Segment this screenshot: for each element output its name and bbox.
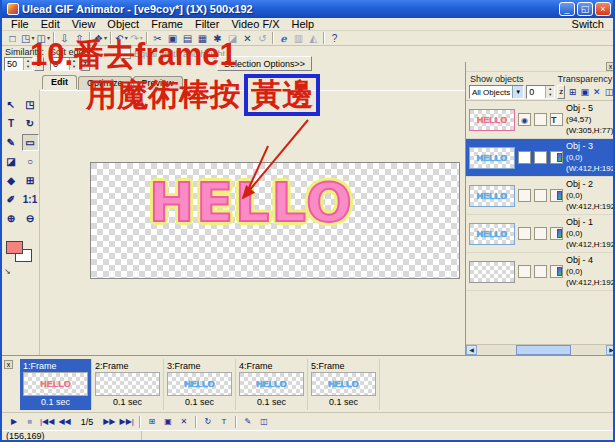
toolbar-button[interactable] xyxy=(89,32,91,44)
foreground-color-swatch[interactable] xyxy=(6,241,23,254)
panel-close-icon[interactable]: x xyxy=(606,62,615,71)
duplicate-object-icon[interactable]: ▣ xyxy=(580,86,590,99)
delete-icon[interactable]: ✕ xyxy=(240,31,255,45)
copy-icon[interactable]: ▣ xyxy=(165,31,180,45)
menu-help[interactable]: Help xyxy=(286,18,321,30)
play-button[interactable]: ▶ xyxy=(6,415,22,429)
next-frame-button[interactable]: ▶▶ xyxy=(101,415,117,429)
toolbar-button[interactable] xyxy=(272,32,274,44)
spinner-arrows[interactable]: ▲ ▼ xyxy=(23,58,32,70)
text-tool[interactable]: T xyxy=(3,115,20,132)
object-type-cell[interactable] xyxy=(550,265,563,278)
minimize-button[interactable]: _ xyxy=(559,2,575,16)
open-icon[interactable]: ◳ xyxy=(20,31,35,45)
add-banner-text-icon[interactable]: T xyxy=(216,415,232,429)
object-visibility-cell[interactable] xyxy=(518,113,531,126)
object-type-cell[interactable] xyxy=(550,151,563,164)
redo-icon[interactable]: ↷ xyxy=(129,31,144,45)
toolbar-button[interactable] xyxy=(110,32,112,44)
frame-item[interactable]: 5:Frame HELLO 0.1 sec xyxy=(308,359,380,410)
save-frame-icon[interactable]: ◫ xyxy=(256,415,272,429)
add-object-icon[interactable]: ⊞ xyxy=(567,86,577,99)
frame-item[interactable]: 3:Frame HELLO 0.1 sec xyxy=(164,359,236,410)
object-type-cell[interactable] xyxy=(550,227,563,240)
object-type-cell[interactable] xyxy=(550,113,563,126)
equal-size-checkbox[interactable] xyxy=(120,48,131,59)
similarity-commit-button[interactable]: z xyxy=(34,57,44,71)
panel-grip[interactable]: x xyxy=(466,62,615,72)
add-banner-icon[interactable]: ▦ xyxy=(195,31,210,45)
menu-frame[interactable]: Frame xyxy=(145,18,189,30)
paste-icon[interactable]: ▤ xyxy=(180,31,195,45)
menu-video-fx[interactable]: Video F/X xyxy=(225,18,285,30)
canvas-workspace[interactable]: HELLO xyxy=(40,90,465,355)
add-frame-icon[interactable]: ⊞ xyxy=(144,415,160,429)
transform-tool[interactable]: ◳ xyxy=(22,96,39,113)
object-visibility-cell[interactable] xyxy=(518,265,531,278)
dropdown-arrow-icon[interactable]: ▼ xyxy=(512,86,523,98)
toolbar-button[interactable] xyxy=(323,32,325,44)
spin-down-icon[interactable]: ▼ xyxy=(546,92,554,98)
fill-tool[interactable]: ◆ xyxy=(3,172,20,189)
scroll-left-icon[interactable]: ◀ xyxy=(466,345,477,355)
menu-view[interactable]: View xyxy=(66,18,102,30)
scrollbar-thumb[interactable] xyxy=(516,345,571,355)
playback-button[interactable] xyxy=(235,416,237,428)
menu-edit[interactable]: Edit xyxy=(35,18,66,30)
pick-tool[interactable]: ↖ xyxy=(3,96,20,113)
object-row[interactable]: HELLO Obj - 5 (94,57)(W:305,H:77) xyxy=(466,101,615,139)
rotate-tool[interactable]: ↻ xyxy=(22,115,39,132)
save-icon[interactable]: ◫ xyxy=(35,31,50,45)
tween-icon[interactable]: ✎ xyxy=(240,415,256,429)
toolbar-button[interactable] xyxy=(53,32,55,44)
add-image-icon[interactable]: ⇩ xyxy=(57,31,72,45)
horizontal-scrollbar[interactable]: ◀ ▶ xyxy=(466,344,615,355)
cut-icon[interactable]: ✂ xyxy=(150,31,165,45)
eraser-tool[interactable]: ◪ xyxy=(3,153,20,170)
delete-frame-icon[interactable]: ✕ xyxy=(176,415,192,429)
crop-tool[interactable]: ⊞ xyxy=(22,172,39,189)
restore-button[interactable]: ◱ xyxy=(577,2,593,16)
scroll-right-icon[interactable]: ▶ xyxy=(606,345,615,355)
show-objects-dropdown[interactable]: All Objects ▼ xyxy=(469,85,524,99)
scrollbar-track[interactable] xyxy=(477,345,606,355)
selection-options-button[interactable]: Selection Options>> xyxy=(217,56,312,71)
playback-button[interactable] xyxy=(139,416,141,428)
document-canvas[interactable]: HELLO xyxy=(90,162,460,279)
palette-icon[interactable]: ❖ xyxy=(93,31,108,45)
titlebar[interactable]: Ulead GIF Animator - [ve9coy*] (1X) 500x… xyxy=(2,0,613,18)
frame-item[interactable]: 4:Frame HELLO 0.1 sec xyxy=(236,359,308,410)
object-option-cell[interactable] xyxy=(534,227,547,240)
spinner-arrows[interactable]: ▲ ▼ xyxy=(545,86,554,98)
spinner-arrows[interactable]: ▲ ▼ xyxy=(69,58,78,70)
extract-image-icon[interactable]: ⇧ xyxy=(72,31,87,45)
reverse-frames-icon[interactable]: ↻ xyxy=(200,415,216,429)
stop-button[interactable]: ■ xyxy=(22,415,38,429)
undo-icon[interactable]: ↶ xyxy=(114,31,129,45)
actual-view-tool[interactable]: 1:1 xyxy=(22,191,39,208)
menu-switch[interactable]: Switch xyxy=(566,18,610,30)
object-row[interactable]: HELLO Obj - 1 (0,0)(W:412,H:192) xyxy=(466,215,615,253)
swap-colors-icon[interactable]: ↘ xyxy=(4,267,39,276)
trim-icon[interactable]: ◪ xyxy=(225,31,240,45)
object-row[interactable]: Obj - 4 (0,0)(W:412,H:192) xyxy=(466,253,615,291)
delete-object-icon[interactable]: ✕ xyxy=(592,86,602,99)
close-button[interactable]: × xyxy=(595,2,611,16)
menu-file[interactable]: File xyxy=(5,18,35,30)
spin-down-icon[interactable]: ▼ xyxy=(70,64,78,70)
soft-edge-commit-button[interactable]: z xyxy=(80,57,90,71)
magic-wand-tool[interactable]: ✎ xyxy=(3,134,20,151)
playback-button[interactable] xyxy=(195,416,197,428)
frame-item[interactable]: 1:Frame HELLO 0.1 sec xyxy=(20,359,92,410)
last-frame-button[interactable]: ▶▶| xyxy=(118,415,136,429)
similarity-spinner[interactable]: 50 ▲ ▼ xyxy=(4,57,33,71)
revert-icon[interactable]: ↺ xyxy=(255,31,270,45)
object-option-cell[interactable] xyxy=(534,151,547,164)
object-visibility-cell[interactable] xyxy=(518,151,531,164)
spin-down-icon[interactable]: ▼ xyxy=(24,64,32,70)
object-type-cell[interactable] xyxy=(550,189,563,202)
selection-marquee-tool[interactable]: ▭ xyxy=(22,134,39,151)
object-option-cell[interactable] xyxy=(534,265,547,278)
object-row[interactable]: HELLO Obj - 3 (0,0)(W:412,H:192) xyxy=(466,139,615,177)
zoom-out-tool[interactable]: ⊖ xyxy=(22,210,39,227)
